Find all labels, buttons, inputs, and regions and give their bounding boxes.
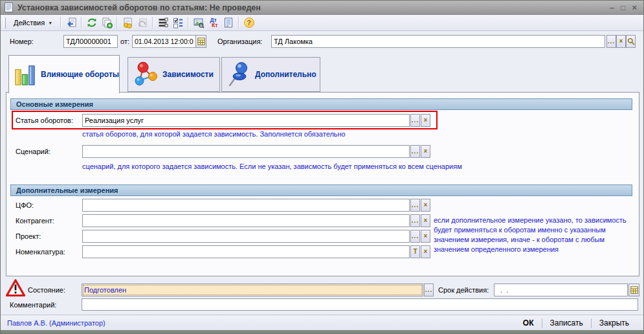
cfo-select-button[interactable]: ... — [410, 199, 420, 212]
dtkt-button[interactable]: Дт Кт — [206, 16, 221, 30]
period-input[interactable] — [494, 284, 628, 296]
tab-label: Влияющие обороты — [41, 70, 119, 79]
post-document-icon — [122, 17, 133, 28]
toolbar: Действия ▼ — [1, 15, 643, 31]
bar-chart-icon — [13, 61, 38, 88]
scenario-label: Сценарий: — [16, 145, 50, 158]
dtkt-icon: Дт Кт — [209, 17, 217, 28]
toolbar-separator — [152, 17, 153, 28]
project-label: Проект: — [16, 230, 41, 243]
state-input[interactable] — [82, 284, 423, 296]
section-primary-dimensions: Основные измерения — [10, 98, 632, 110]
help-button[interactable]: ? — [241, 16, 256, 30]
navigate-button[interactable] — [63, 16, 78, 30]
cfo-input[interactable] — [82, 199, 410, 212]
navigate-icon — [65, 17, 77, 28]
contractor-clear-button[interactable]: × — [421, 214, 430, 227]
list-settings-button[interactable] — [170, 16, 185, 30]
document-window: Установка зависимостей оборотов по стать… — [0, 0, 644, 334]
additional-dimensions-hint: если дополнительное измерение указано, т… — [434, 216, 628, 254]
date-input[interactable] — [132, 35, 196, 48]
tab-influencing-turnovers[interactable]: Влияющие обороты — [8, 55, 120, 93]
organization-select-button[interactable]: ... — [606, 35, 616, 48]
report-button[interactable] — [221, 16, 236, 30]
tab-label: Зависимости — [162, 70, 214, 79]
tab-dependencies[interactable]: Зависимости — [128, 57, 220, 92]
unpost-button[interactable] — [135, 16, 150, 30]
copy-button[interactable] — [99, 16, 114, 30]
organization-input[interactable] — [271, 35, 605, 48]
period-calendar-button[interactable] — [628, 284, 639, 296]
tab-page-influencing-turnovers: Основные измерения Статья оборотов: ... … — [6, 92, 639, 276]
dropdown-arrow-icon: ▼ — [48, 21, 52, 25]
nomenclature-clear-button[interactable]: × — [421, 245, 430, 258]
scenario-hint: сценарий, для которого задается зависимо… — [82, 162, 462, 170]
picture-view-button[interactable] — [191, 16, 206, 30]
window-resize-edge — [1, 330, 643, 333]
list-settings-icon — [172, 17, 184, 28]
tab-label: Дополнительно — [255, 70, 316, 79]
save-button[interactable]: Записать — [542, 317, 591, 329]
footer-buttons: ОК Записать Закрыть — [515, 317, 637, 329]
article-clear-button[interactable]: × — [421, 114, 430, 127]
ok-button[interactable]: ОК — [515, 317, 542, 329]
warning-icon — [6, 279, 25, 297]
article-select-button[interactable]: ... — [410, 114, 420, 127]
magnifier-icon — [627, 38, 635, 45]
date-label: от: — [120, 35, 129, 48]
movements-list-icon — [157, 17, 169, 28]
period-label: Срок действия: — [438, 284, 489, 296]
toolbar-separator — [188, 17, 188, 28]
state-select-button[interactable]: ... — [424, 284, 434, 296]
contractor-select-button[interactable]: ... — [410, 214, 420, 227]
report-icon — [223, 17, 234, 28]
cfo-clear-button[interactable]: × — [421, 199, 430, 212]
scenario-clear-button[interactable]: × — [421, 145, 430, 158]
actions-menu-button[interactable]: Действия ▼ — [8, 17, 58, 28]
maximize-button[interactable]: □ — [621, 3, 625, 12]
calendar-icon — [630, 286, 638, 294]
organization-label: Организация: — [217, 35, 262, 48]
date-calendar-button[interactable] — [195, 35, 206, 48]
close-window-button[interactable]: Закрыть — [592, 317, 637, 329]
cfo-label: ЦФО: — [16, 199, 34, 212]
toolbar-separator — [117, 17, 117, 28]
contractor-input[interactable] — [82, 214, 410, 227]
article-hint: статья оборотов, для которой задается за… — [82, 130, 346, 138]
scenario-select-button[interactable]: ... — [410, 145, 420, 158]
toolbar-separator — [238, 17, 239, 28]
scenario-input[interactable] — [82, 145, 410, 158]
project-select-button[interactable]: ... — [410, 230, 420, 243]
article-input[interactable] — [82, 114, 410, 127]
section-additional-dimensions: Дополнительные измерения — [10, 184, 632, 196]
project-clear-button[interactable]: × — [421, 230, 430, 243]
state-label: Состояние: — [28, 284, 65, 296]
window-title: Установка зависимостей оборотов по стать… — [17, 3, 261, 12]
document-icon — [5, 3, 13, 12]
copy-icon — [101, 17, 113, 28]
organization-search-button[interactable] — [626, 35, 636, 48]
nomenclature-input[interactable] — [82, 245, 410, 258]
comment-input[interactable] — [82, 298, 638, 311]
number-input[interactable] — [63, 35, 118, 48]
toolbar-grip — [3, 17, 6, 28]
nomenclature-text-button[interactable]: T — [410, 245, 420, 258]
movements-list-button[interactable] — [155, 16, 170, 30]
close-button[interactable]: × — [632, 3, 637, 12]
minimize-button[interactable]: – — [610, 3, 614, 12]
organization-clear-button[interactable]: × — [616, 35, 626, 48]
article-label: Статья оборотов: — [16, 114, 73, 127]
actions-menu-label: Действия — [14, 19, 45, 27]
post-button[interactable] — [120, 16, 135, 30]
refresh-icon — [86, 17, 98, 28]
title-bar: Установка зависимостей оборотов по стать… — [1, 1, 643, 15]
nomenclature-label: Номенклатура: — [16, 245, 65, 258]
refresh-button[interactable] — [84, 16, 99, 30]
molecule-icon — [132, 61, 159, 88]
project-input[interactable] — [82, 230, 410, 243]
tab-additional[interactable]: Дополнительно — [221, 57, 320, 92]
calendar-icon — [197, 38, 205, 45]
unpost-document-icon — [137, 17, 148, 28]
pushpin-icon — [226, 61, 252, 88]
current-user: Павлов А.В. (Администратор) — [7, 319, 105, 327]
